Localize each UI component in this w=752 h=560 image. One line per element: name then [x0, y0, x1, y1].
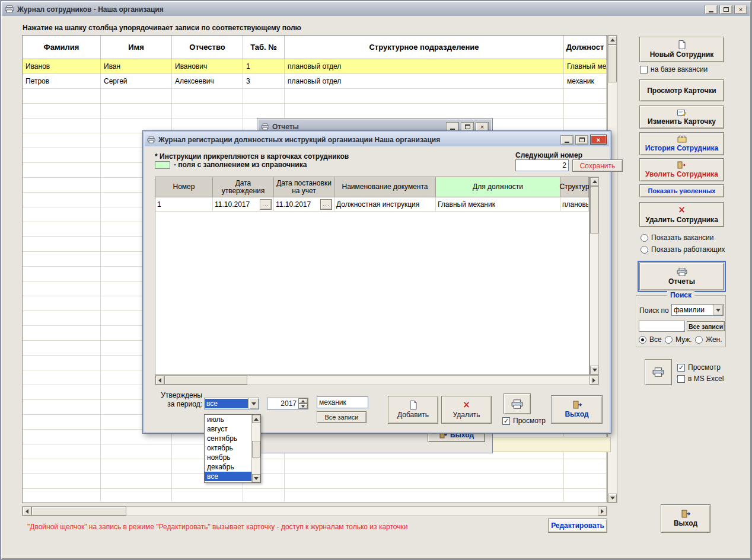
approval-date-picker-button[interactable]: ... [260, 199, 272, 210]
gender-female-radio[interactable] [695, 336, 703, 344]
edit-button[interactable]: Редактировать [548, 519, 607, 533]
maximize-button[interactable] [719, 5, 732, 14]
employee-table-hscrollbar[interactable] [22, 506, 607, 516]
view-card-button[interactable]: Просмотр Карточки [639, 79, 724, 101]
edit-card-button[interactable]: Изменить Карточку [639, 105, 724, 129]
show-dismissed-button[interactable]: Показать уволенных [639, 184, 724, 197]
year-spin-up-button[interactable] [298, 398, 308, 404]
chevron-down-icon [251, 402, 256, 405]
main-exit-button[interactable]: Выход [661, 504, 710, 533]
column-header-approval-date[interactable]: Дата утверждения [213, 177, 274, 197]
scroll-up-button[interactable] [608, 36, 617, 44]
year-spin-down-button[interactable] [298, 404, 308, 409]
scroll-track[interactable] [252, 423, 260, 474]
scroll-down-button[interactable] [252, 474, 260, 482]
gender-filter-female[interactable]: Жен. [695, 335, 722, 344]
cell-department: плановый отдел [285, 74, 564, 88]
reports-window-icon [261, 123, 269, 130]
column-header-department[interactable]: Структурное подразделение [285, 36, 564, 59]
next-number-input[interactable] [515, 159, 569, 171]
instructions-table-row[interactable]: 1 11.10.2017 ... 11.10.2017 ... Должност… [155, 197, 589, 212]
left-arrow-icon [158, 378, 161, 383]
show-working-option[interactable]: Показать работающих [641, 245, 725, 254]
column-header-firstname[interactable]: Имя [101, 36, 172, 59]
add-button[interactable]: Добавить [388, 396, 438, 424]
gender-filter-male[interactable]: Муж. [665, 335, 692, 344]
scroll-thumb[interactable] [608, 44, 617, 82]
scroll-down-button[interactable] [590, 366, 599, 375]
combo-dropdown-button[interactable] [248, 398, 259, 409]
vacancy-base-checkbox[interactable] [640, 66, 648, 73]
column-header-tabnumber[interactable]: Таб. № [243, 36, 285, 59]
scroll-left-button[interactable] [155, 376, 164, 385]
new-employee-button[interactable]: Новый Сотрудник [639, 37, 724, 62]
scroll-right-button[interactable] [598, 507, 607, 516]
all-records-button[interactable]: Все записи [687, 321, 725, 331]
scroll-up-button[interactable] [590, 177, 599, 186]
delete-employee-button[interactable]: × Удалить Сотрудника [639, 202, 724, 227]
scroll-right-button[interactable] [590, 376, 598, 385]
chevron-down-icon [716, 309, 721, 312]
search-by-label: Поиск по [639, 306, 669, 315]
employee-table-header: Фамилия Имя Отчество Таб. № Структурное … [23, 36, 607, 59]
excel-checkbox[interactable] [677, 375, 685, 383]
scroll-thumb[interactable] [252, 441, 260, 457]
column-header-structure[interactable]: Структур [560, 177, 589, 197]
month-combobox[interactable]: все [204, 398, 259, 409]
scroll-track[interactable] [590, 186, 598, 366]
gender-all-radio[interactable] [639, 336, 646, 344]
vacancy-base-option[interactable]: на базе вакансии [640, 65, 708, 73]
excel-option[interactable]: в MS Excel [677, 375, 724, 383]
position-filter-input[interactable] [317, 396, 368, 408]
employee-history-button[interactable]: История Сотрудника [639, 132, 724, 155]
minimize-button[interactable] [560, 135, 573, 145]
scroll-thumb[interactable] [31, 507, 126, 516]
combo-dropdown-button[interactable] [713, 305, 723, 315]
maximize-button[interactable] [575, 135, 588, 145]
preview-checkbox[interactable]: ✓ [677, 364, 685, 372]
gender-male-radio[interactable] [665, 336, 673, 344]
column-header-number[interactable]: Номер [155, 177, 213, 197]
column-header-position[interactable]: Должност [564, 36, 607, 59]
registration-date-picker-button[interactable]: ... [320, 199, 332, 210]
dialog-exit-button[interactable]: Выход [551, 395, 603, 424]
show-vacancies-radio[interactable] [641, 234, 648, 242]
year-input[interactable] [267, 398, 298, 409]
search-by-combobox[interactable]: фамилии [671, 304, 724, 316]
column-header-for-position[interactable]: Для должности [436, 177, 560, 197]
scroll-left-button[interactable] [23, 507, 31, 516]
scroll-thumb[interactable] [590, 186, 598, 233]
dialog-all-records-button[interactable]: Все записи [317, 411, 367, 423]
column-header-document-name[interactable]: Наименование документа [334, 177, 436, 197]
column-header-lastname[interactable]: Фамилия [23, 36, 101, 59]
show-working-radio[interactable] [641, 246, 648, 254]
save-button[interactable]: Сохранить [572, 159, 623, 172]
gender-filter-all[interactable]: Все [639, 335, 662, 344]
dropdown-scrollbar[interactable] [251, 415, 260, 482]
table-row-selected[interactable]: Иванов Иван Иванович 1 плановый отдел Гл… [23, 59, 607, 74]
search-input[interactable] [639, 321, 685, 332]
scroll-track[interactable] [164, 376, 590, 385]
close-button[interactable]: × [590, 135, 607, 145]
instructions-table-vscrollbar[interactable] [590, 177, 599, 375]
scroll-track[interactable] [31, 507, 598, 516]
instructions-table-hscrollbar[interactable] [155, 375, 599, 385]
table-row[interactable]: Петров Сергей Алексеевич 3 плановый отде… [23, 74, 607, 89]
column-header-middlename[interactable]: Отчество [172, 36, 243, 59]
dialog-preview-checkbox[interactable]: ✓ [502, 417, 510, 425]
scroll-thumb[interactable] [164, 376, 247, 385]
scroll-up-button[interactable] [252, 415, 260, 423]
dismiss-employee-button[interactable]: Уволить Сотрудника [639, 158, 724, 181]
preview-option[interactable]: ✓ Просмотр [677, 363, 721, 372]
reports-button[interactable]: Отчеты [639, 263, 724, 290]
delete-button[interactable]: × Удалить [441, 396, 492, 424]
scroll-down-button[interactable] [608, 494, 617, 503]
dialog-print-button[interactable] [504, 393, 531, 414]
minimize-button[interactable] [705, 5, 718, 14]
dialog-preview-option[interactable]: ✓ Просмотр [502, 417, 546, 425]
show-vacancies-option[interactable]: Показать вакансии [641, 233, 713, 242]
close-button[interactable]: × [734, 5, 747, 14]
print-button[interactable] [645, 359, 672, 385]
column-header-registration-date[interactable]: Дата постановки на учет [274, 177, 334, 197]
year-spinner[interactable] [267, 398, 308, 409]
